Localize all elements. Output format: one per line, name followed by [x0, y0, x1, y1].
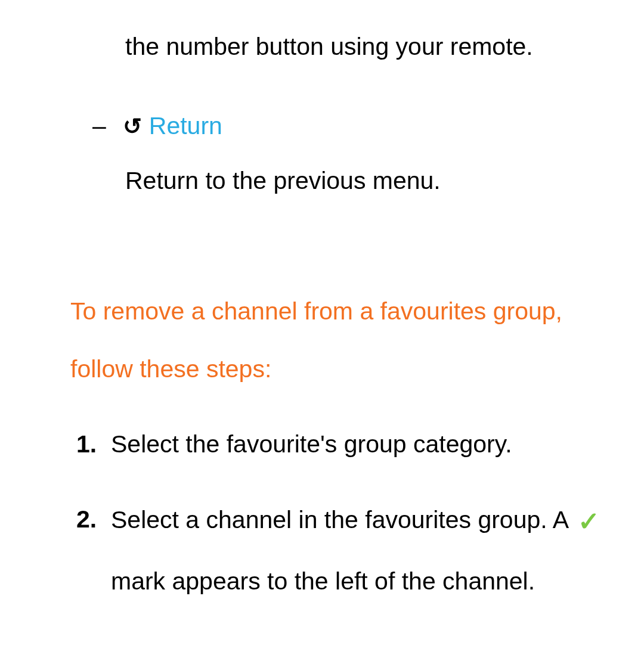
step-number: 1. — [76, 415, 103, 473]
return-label: Return — [149, 108, 222, 145]
return-item: – ↻ Return — [92, 108, 632, 145]
check-icon: ✓ — [578, 491, 600, 552]
step-text-before: Select a channel in the favourites group… — [111, 506, 574, 533]
step-text-after: mark appears to the left of the channel. — [111, 567, 535, 595]
step-text: Select the favourite's group category. — [111, 415, 620, 473]
step-item-2: 2. Select a channel in the favourites gr… — [76, 491, 620, 610]
return-description: Return to the previous menu. — [125, 163, 632, 200]
step-item-1: 1. Select the favourite's group category… — [76, 415, 620, 473]
return-icon: ↻ — [123, 110, 142, 144]
step-text: Select a channel in the favourites group… — [111, 491, 620, 610]
dash-bullet: – — [92, 108, 106, 145]
section-heading: To remove a channel from a favourites gr… — [70, 283, 608, 398]
partial-instruction-text: the number button using your remote. — [125, 18, 596, 75]
step-number: 2. — [76, 491, 103, 610]
